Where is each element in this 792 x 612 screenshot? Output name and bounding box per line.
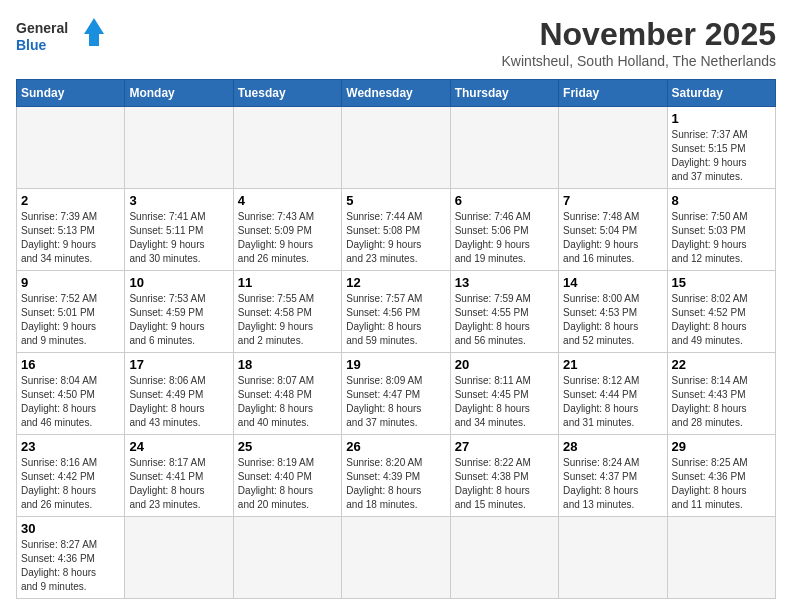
day-info: Sunrise: 8:07 AM Sunset: 4:48 PM Dayligh…: [238, 374, 337, 430]
day-number: 24: [129, 439, 228, 454]
calendar-week-row: 2Sunrise: 7:39 AM Sunset: 5:13 PM Daylig…: [17, 189, 776, 271]
calendar-cell: [125, 107, 233, 189]
calendar-table: SundayMondayTuesdayWednesdayThursdayFrid…: [16, 79, 776, 599]
calendar-cell: 8Sunrise: 7:50 AM Sunset: 5:03 PM Daylig…: [667, 189, 775, 271]
calendar-cell: 2Sunrise: 7:39 AM Sunset: 5:13 PM Daylig…: [17, 189, 125, 271]
calendar-cell: 3Sunrise: 7:41 AM Sunset: 5:11 PM Daylig…: [125, 189, 233, 271]
day-number: 19: [346, 357, 445, 372]
calendar-cell: 28Sunrise: 8:24 AM Sunset: 4:37 PM Dayli…: [559, 435, 667, 517]
calendar-cell: 7Sunrise: 7:48 AM Sunset: 5:04 PM Daylig…: [559, 189, 667, 271]
calendar-cell: [559, 107, 667, 189]
calendar-subtitle: Kwintsheul, South Holland, The Netherlan…: [502, 53, 776, 69]
svg-marker-2: [84, 18, 104, 46]
calendar-cell: 23Sunrise: 8:16 AM Sunset: 4:42 PM Dayli…: [17, 435, 125, 517]
day-number: 7: [563, 193, 662, 208]
day-info: Sunrise: 8:22 AM Sunset: 4:38 PM Dayligh…: [455, 456, 554, 512]
day-info: Sunrise: 8:00 AM Sunset: 4:53 PM Dayligh…: [563, 292, 662, 348]
day-number: 30: [21, 521, 120, 536]
day-info: Sunrise: 8:19 AM Sunset: 4:40 PM Dayligh…: [238, 456, 337, 512]
day-number: 26: [346, 439, 445, 454]
calendar-cell: 14Sunrise: 8:00 AM Sunset: 4:53 PM Dayli…: [559, 271, 667, 353]
day-number: 5: [346, 193, 445, 208]
calendar-cell: [450, 107, 558, 189]
day-number: 29: [672, 439, 771, 454]
day-info: Sunrise: 8:04 AM Sunset: 4:50 PM Dayligh…: [21, 374, 120, 430]
weekday-header: Saturday: [667, 80, 775, 107]
calendar-cell: 25Sunrise: 8:19 AM Sunset: 4:40 PM Dayli…: [233, 435, 341, 517]
day-number: 9: [21, 275, 120, 290]
day-info: Sunrise: 7:46 AM Sunset: 5:06 PM Dayligh…: [455, 210, 554, 266]
day-number: 15: [672, 275, 771, 290]
calendar-cell: 1Sunrise: 7:37 AM Sunset: 5:15 PM Daylig…: [667, 107, 775, 189]
day-info: Sunrise: 7:39 AM Sunset: 5:13 PM Dayligh…: [21, 210, 120, 266]
day-number: 21: [563, 357, 662, 372]
day-info: Sunrise: 7:57 AM Sunset: 4:56 PM Dayligh…: [346, 292, 445, 348]
day-number: 23: [21, 439, 120, 454]
calendar-cell: [342, 517, 450, 599]
day-info: Sunrise: 7:50 AM Sunset: 5:03 PM Dayligh…: [672, 210, 771, 266]
day-info: Sunrise: 8:27 AM Sunset: 4:36 PM Dayligh…: [21, 538, 120, 594]
day-number: 2: [21, 193, 120, 208]
calendar-cell: [667, 517, 775, 599]
calendar-cell: [450, 517, 558, 599]
calendar-cell: 12Sunrise: 7:57 AM Sunset: 4:56 PM Dayli…: [342, 271, 450, 353]
day-info: Sunrise: 7:53 AM Sunset: 4:59 PM Dayligh…: [129, 292, 228, 348]
day-info: Sunrise: 8:11 AM Sunset: 4:45 PM Dayligh…: [455, 374, 554, 430]
title-area: November 2025 Kwintsheul, South Holland,…: [502, 16, 776, 69]
calendar-week-row: 30Sunrise: 8:27 AM Sunset: 4:36 PM Dayli…: [17, 517, 776, 599]
calendar-cell: 9Sunrise: 7:52 AM Sunset: 5:01 PM Daylig…: [17, 271, 125, 353]
day-info: Sunrise: 7:48 AM Sunset: 5:04 PM Dayligh…: [563, 210, 662, 266]
day-number: 12: [346, 275, 445, 290]
page-header: General Blue November 2025 Kwintsheul, S…: [16, 16, 776, 69]
day-info: Sunrise: 8:12 AM Sunset: 4:44 PM Dayligh…: [563, 374, 662, 430]
calendar-week-row: 23Sunrise: 8:16 AM Sunset: 4:42 PM Dayli…: [17, 435, 776, 517]
calendar-cell: 17Sunrise: 8:06 AM Sunset: 4:49 PM Dayli…: [125, 353, 233, 435]
calendar-cell: [125, 517, 233, 599]
day-info: Sunrise: 8:14 AM Sunset: 4:43 PM Dayligh…: [672, 374, 771, 430]
calendar-cell: 15Sunrise: 8:02 AM Sunset: 4:52 PM Dayli…: [667, 271, 775, 353]
day-number: 16: [21, 357, 120, 372]
day-number: 10: [129, 275, 228, 290]
calendar-week-row: 9Sunrise: 7:52 AM Sunset: 5:01 PM Daylig…: [17, 271, 776, 353]
calendar-cell: 24Sunrise: 8:17 AM Sunset: 4:41 PM Dayli…: [125, 435, 233, 517]
day-number: 22: [672, 357, 771, 372]
calendar-cell: 21Sunrise: 8:12 AM Sunset: 4:44 PM Dayli…: [559, 353, 667, 435]
calendar-cell: 11Sunrise: 7:55 AM Sunset: 4:58 PM Dayli…: [233, 271, 341, 353]
day-info: Sunrise: 7:52 AM Sunset: 5:01 PM Dayligh…: [21, 292, 120, 348]
day-info: Sunrise: 8:20 AM Sunset: 4:39 PM Dayligh…: [346, 456, 445, 512]
day-number: 3: [129, 193, 228, 208]
day-info: Sunrise: 8:24 AM Sunset: 4:37 PM Dayligh…: [563, 456, 662, 512]
day-info: Sunrise: 8:25 AM Sunset: 4:36 PM Dayligh…: [672, 456, 771, 512]
calendar-week-row: 1Sunrise: 7:37 AM Sunset: 5:15 PM Daylig…: [17, 107, 776, 189]
day-info: Sunrise: 7:59 AM Sunset: 4:55 PM Dayligh…: [455, 292, 554, 348]
day-info: Sunrise: 7:55 AM Sunset: 4:58 PM Dayligh…: [238, 292, 337, 348]
day-info: Sunrise: 7:43 AM Sunset: 5:09 PM Dayligh…: [238, 210, 337, 266]
weekday-header: Friday: [559, 80, 667, 107]
calendar-cell: 26Sunrise: 8:20 AM Sunset: 4:39 PM Dayli…: [342, 435, 450, 517]
day-info: Sunrise: 7:37 AM Sunset: 5:15 PM Dayligh…: [672, 128, 771, 184]
day-info: Sunrise: 7:41 AM Sunset: 5:11 PM Dayligh…: [129, 210, 228, 266]
weekday-header: Thursday: [450, 80, 558, 107]
calendar-cell: [17, 107, 125, 189]
calendar-cell: 4Sunrise: 7:43 AM Sunset: 5:09 PM Daylig…: [233, 189, 341, 271]
logo-svg: General Blue: [16, 16, 106, 56]
day-number: 1: [672, 111, 771, 126]
day-info: Sunrise: 8:02 AM Sunset: 4:52 PM Dayligh…: [672, 292, 771, 348]
day-number: 20: [455, 357, 554, 372]
day-number: 28: [563, 439, 662, 454]
calendar-cell: 6Sunrise: 7:46 AM Sunset: 5:06 PM Daylig…: [450, 189, 558, 271]
calendar-cell: 22Sunrise: 8:14 AM Sunset: 4:43 PM Dayli…: [667, 353, 775, 435]
calendar-cell: [342, 107, 450, 189]
day-info: Sunrise: 7:44 AM Sunset: 5:08 PM Dayligh…: [346, 210, 445, 266]
day-info: Sunrise: 8:16 AM Sunset: 4:42 PM Dayligh…: [21, 456, 120, 512]
day-number: 14: [563, 275, 662, 290]
day-number: 8: [672, 193, 771, 208]
day-number: 25: [238, 439, 337, 454]
calendar-title: November 2025: [502, 16, 776, 53]
weekday-header: Wednesday: [342, 80, 450, 107]
calendar-cell: 18Sunrise: 8:07 AM Sunset: 4:48 PM Dayli…: [233, 353, 341, 435]
calendar-cell: 20Sunrise: 8:11 AM Sunset: 4:45 PM Dayli…: [450, 353, 558, 435]
calendar-cell: 27Sunrise: 8:22 AM Sunset: 4:38 PM Dayli…: [450, 435, 558, 517]
day-number: 17: [129, 357, 228, 372]
calendar-cell: 16Sunrise: 8:04 AM Sunset: 4:50 PM Dayli…: [17, 353, 125, 435]
